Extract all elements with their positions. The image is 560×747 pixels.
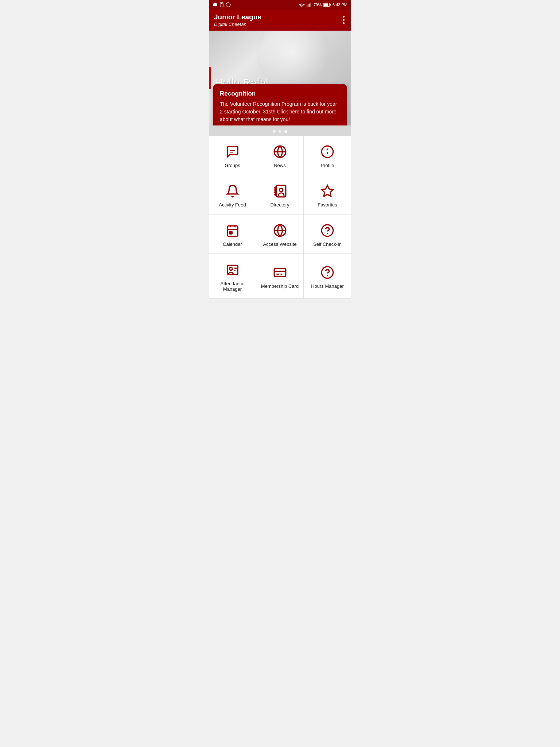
svg-rect-4	[307, 5, 308, 7]
credit-card-icon	[272, 264, 288, 280]
app-subtitle: Digital Cheetah	[214, 22, 261, 27]
bell-icon	[225, 183, 241, 199]
menu-label-self-check-in: Self Check-In	[313, 241, 342, 247]
menu-item-profile[interactable]: Profile	[304, 136, 351, 175]
svg-rect-10	[330, 4, 331, 6]
status-right: 79% 6:43 PM	[299, 2, 347, 7]
svg-point-16	[279, 188, 283, 192]
app-title: Junior League	[214, 13, 261, 22]
wifi-icon	[299, 3, 305, 7]
globe-icon-website	[272, 222, 288, 239]
sim-icon	[219, 2, 224, 7]
menu-item-access-website[interactable]: Access Website	[256, 214, 304, 254]
svg-rect-5	[308, 4, 309, 7]
svg-rect-9	[324, 3, 328, 6]
clock: 6:43 PM	[332, 3, 347, 7]
svg-rect-6	[309, 4, 310, 7]
svg-marker-17	[322, 185, 333, 196]
app-bar-text: Junior League Digital Cheetah	[214, 13, 261, 27]
menu-item-self-check-in[interactable]: Self Check-In	[304, 214, 351, 254]
battery-level: 79%	[314, 3, 322, 7]
menu-item-calendar[interactable]: Calendar	[209, 214, 256, 254]
overflow-menu-button[interactable]	[341, 14, 346, 26]
red-accent-bar	[209, 67, 211, 89]
menu-grid: Groups News Profile	[209, 136, 351, 299]
battery-icon	[323, 3, 331, 7]
hero-card-text: The Volunteer Recognition Program is bac…	[220, 100, 340, 123]
id-card-icon	[225, 262, 241, 278]
menu-label-news: News	[274, 163, 286, 168]
status-bar: 79% 6:43 PM	[209, 0, 351, 9]
svg-point-2	[226, 3, 230, 7]
dot-3[interactable]	[284, 130, 287, 133]
carousel-dots	[209, 125, 351, 136]
menu-label-favorites: Favorites	[318, 202, 337, 208]
menu-item-hours-manager[interactable]: Hours Manager	[304, 254, 351, 299]
dot-2[interactable]	[279, 130, 281, 133]
svg-point-28	[229, 267, 232, 270]
menu-item-news[interactable]: News	[256, 136, 304, 175]
info-icon	[319, 144, 335, 160]
menu-label-activity-feed: Activity Feed	[219, 202, 246, 208]
chat-icon	[225, 144, 241, 160]
menu-label-attendance-manager: Attendance Manager	[213, 281, 252, 292]
svg-rect-7	[310, 3, 311, 7]
star-icon	[319, 183, 335, 199]
dot-1[interactable]	[273, 130, 276, 133]
app-bar: Junior League Digital Cheetah	[209, 9, 351, 31]
menu-item-activity-feed[interactable]: Activity Feed	[209, 175, 256, 214]
svg-point-3	[302, 6, 303, 7]
svg-rect-1	[221, 3, 223, 4]
hero-section: Hello Rafal Recognition The Volunteer Re…	[209, 31, 351, 125]
menu-item-favorites[interactable]: Favorites	[304, 175, 351, 214]
hero-card-title: Recognition	[220, 90, 340, 97]
question-circle-icon-checkin	[319, 222, 335, 239]
svg-rect-0	[220, 3, 223, 7]
menu-item-attendance-manager[interactable]: Attendance Manager	[209, 254, 256, 299]
menu-item-groups[interactable]: Groups	[209, 136, 256, 175]
menu-label-groups: Groups	[225, 163, 240, 168]
svg-rect-18	[227, 226, 238, 236]
signal-icon	[307, 2, 312, 7]
menu-item-directory[interactable]: Directory	[256, 175, 304, 214]
menu-label-directory: Directory	[270, 202, 289, 208]
notification-icon	[213, 2, 218, 7]
menu-label-membership-card: Membership Card	[261, 283, 299, 289]
svg-rect-22	[230, 232, 232, 234]
bottom-area	[209, 299, 351, 313]
question-circle-icon-hours	[319, 264, 335, 280]
status-left	[213, 2, 231, 7]
hero-card[interactable]: Recognition The Volunteer Recognition Pr…	[213, 84, 347, 125]
calendar-icon	[225, 222, 241, 239]
menu-label-access-website: Access Website	[263, 241, 296, 247]
globe-icon-news	[272, 144, 288, 160]
contact-icon	[272, 183, 288, 199]
menu-item-membership-card[interactable]: Membership Card	[256, 254, 304, 299]
menu-label-calendar: Calendar	[223, 241, 242, 247]
menu-label-profile: Profile	[321, 163, 334, 168]
app-icon	[226, 2, 231, 7]
menu-label-hours-manager: Hours Manager	[311, 283, 344, 289]
svg-rect-31	[274, 268, 286, 276]
